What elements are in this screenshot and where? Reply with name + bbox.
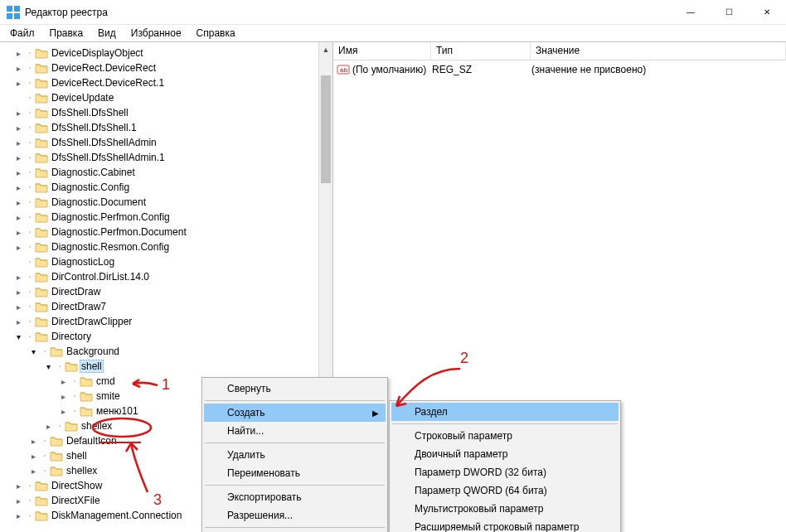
tree-node[interactable]: ·DeviceUpdate bbox=[0, 90, 332, 105]
tree-node[interactable]: ▸·DeviceRect.DeviceRect bbox=[0, 60, 332, 75]
sm-key[interactable]: Раздел bbox=[391, 403, 619, 421]
tree-node[interactable]: ▸·DfsShell.DfsShell bbox=[0, 105, 332, 120]
chevron-down-icon[interactable]: ▾ bbox=[27, 345, 40, 358]
list-row[interactable]: ab (По умолчанию) REG_SZ (значение не пр… bbox=[333, 62, 786, 77]
tree-node[interactable]: ▸·DirControl.DirList.14.0 bbox=[0, 269, 332, 284]
tree-node[interactable]: ▸·Diagnostic.Perfmon.Document bbox=[0, 225, 332, 239]
tree-node[interactable]: ▸·DirectDraw7 bbox=[0, 299, 332, 314]
tree-node[interactable]: ▾·Background bbox=[0, 344, 332, 359]
menu-file[interactable]: Файл bbox=[3, 27, 41, 40]
chevron-right-icon[interactable]: ▸ bbox=[12, 106, 25, 119]
sm-dword-label: Параметр DWORD (32 бита) bbox=[415, 467, 546, 478]
chevron-right-icon[interactable]: ▸ bbox=[12, 300, 25, 313]
list-header: Имя Тип Значение bbox=[333, 42, 786, 60]
cm-create[interactable]: Создать ▶ bbox=[204, 404, 386, 422]
tree-node[interactable]: ▸·Diagnostic.Document bbox=[0, 195, 332, 210]
cm-delete[interactable]: Удалить bbox=[204, 446, 386, 464]
chevron-right-icon[interactable]: ▸ bbox=[56, 375, 70, 388]
tree-node[interactable]: ▸·DirectDraw bbox=[0, 284, 332, 299]
folder-icon bbox=[35, 479, 48, 492]
chevron-right-icon[interactable]: ▸ bbox=[12, 166, 25, 179]
maximize-button[interactable]: ☐ bbox=[710, 0, 748, 24]
cm-export[interactable]: Экспортировать bbox=[204, 488, 386, 506]
chevron-right-icon[interactable]: ▸ bbox=[12, 270, 25, 283]
menu-favorites[interactable]: Избранное bbox=[124, 27, 188, 40]
chevron-down-icon[interactable]: ▾ bbox=[41, 360, 55, 373]
window-title: Редактор реестра bbox=[25, 7, 672, 18]
tree-node[interactable]: ▾·shell bbox=[0, 359, 332, 374]
cm-permissions[interactable]: Разрешения... bbox=[204, 506, 386, 525]
menu-view[interactable]: Вид bbox=[91, 27, 123, 40]
sm-qword[interactable]: Параметр QWORD (64 бита) bbox=[391, 481, 619, 500]
col-value[interactable]: Значение bbox=[531, 42, 786, 60]
chevron-right-icon[interactable]: ▸ bbox=[12, 240, 25, 254]
tree-node[interactable]: ▸·DfsShell.DfsShellAdmin bbox=[0, 135, 332, 150]
close-button[interactable]: ✕ bbox=[748, 0, 786, 24]
value-data: (значение не присвоено) bbox=[531, 64, 646, 75]
menu-edit[interactable]: Правка bbox=[43, 27, 90, 40]
tree-connector: · bbox=[25, 256, 35, 268]
sm-dword[interactable]: Параметр DWORD (32 бита) bbox=[391, 463, 619, 481]
chevron-right-icon[interactable]: ▸ bbox=[12, 76, 25, 89]
scroll-up-icon[interactable]: ▲ bbox=[319, 42, 332, 56]
tree-node-label: меню101 bbox=[95, 405, 140, 417]
tree-node[interactable]: ▸·DeviceDisplayObject bbox=[0, 46, 332, 60]
scroll-thumb[interactable] bbox=[321, 75, 331, 183]
tree-node[interactable]: ·DiagnosticLog bbox=[0, 254, 332, 269]
chevron-right-icon[interactable]: ▸ bbox=[12, 151, 25, 164]
tree-node-label: Diagnostic.Document bbox=[50, 196, 148, 208]
chevron-right-icon[interactable]: ▸ bbox=[12, 315, 25, 328]
chevron-right-icon[interactable]: ▸ bbox=[27, 449, 40, 462]
tree-node[interactable]: ▸·Diagnostic.Config bbox=[0, 180, 332, 195]
chevron-right-icon[interactable]: ▸ bbox=[12, 479, 25, 492]
chevron-right-icon[interactable]: ▸ bbox=[12, 225, 25, 239]
chevron-right-icon[interactable]: ▸ bbox=[12, 181, 25, 194]
folder-icon bbox=[35, 285, 48, 298]
chevron-right-icon[interactable]: ▸ bbox=[12, 61, 25, 75]
cm-rename[interactable]: Переименовать bbox=[204, 464, 386, 482]
chevron-right-icon[interactable]: ▸ bbox=[12, 46, 25, 60]
menu-help[interactable]: Справка bbox=[190, 27, 242, 40]
tree-node[interactable]: ▾·Directory bbox=[0, 329, 332, 344]
chevron-right-icon[interactable]: ▸ bbox=[27, 464, 40, 477]
folder-icon bbox=[80, 375, 93, 388]
cm-find[interactable]: Найти... bbox=[204, 422, 386, 440]
chevron-right-icon[interactable]: ▸ bbox=[12, 285, 25, 298]
chevron-right-icon[interactable]: ▸ bbox=[12, 494, 25, 507]
chevron-right-icon[interactable]: ▸ bbox=[12, 121, 25, 134]
tree-node[interactable]: ▸·Diagnostic.Perfmon.Config bbox=[0, 210, 332, 225]
col-name[interactable]: Имя bbox=[333, 42, 431, 60]
sm-multi[interactable]: Мультистроковый параметр bbox=[391, 500, 619, 518]
sm-expand[interactable]: Расширяемый строковый параметр bbox=[391, 518, 619, 532]
chevron-right-icon[interactable]: ▸ bbox=[56, 389, 70, 403]
tree-connector: · bbox=[25, 92, 35, 104]
tree-node[interactable]: ▸·DeviceRect.DeviceRect.1 bbox=[0, 75, 332, 90]
tree-connector: · bbox=[25, 286, 35, 297]
tree-node-label: shellex bbox=[65, 465, 99, 476]
chevron-right-icon[interactable]: ▸ bbox=[12, 210, 25, 224]
minimize-button[interactable]: — bbox=[672, 0, 710, 24]
tree-connector: · bbox=[25, 62, 35, 74]
menubar: Файл Правка Вид Избранное Справка bbox=[0, 25, 786, 41]
col-type[interactable]: Тип bbox=[431, 42, 531, 60]
sm-string[interactable]: Строковый параметр bbox=[391, 427, 619, 445]
tree-node[interactable]: ▸·DfsShell.DfsShellAdmin.1 bbox=[0, 150, 332, 165]
tree-node-label: DeviceUpdate bbox=[50, 92, 115, 104]
chevron-right-icon[interactable]: ▸ bbox=[12, 196, 25, 209]
tree-connector: · bbox=[25, 331, 35, 342]
chevron-right-icon[interactable]: ▸ bbox=[12, 509, 25, 522]
chevron-right-icon[interactable]: ▸ bbox=[41, 419, 55, 433]
cm-find-label: Найти... bbox=[227, 425, 264, 437]
chevron-down-icon[interactable]: ▾ bbox=[12, 330, 25, 343]
sm-binary[interactable]: Двоичный параметр bbox=[391, 445, 619, 463]
tree-node[interactable]: ▸·Diagnostic.Resmon.Config bbox=[0, 239, 332, 254]
chevron-right-icon[interactable]: ▸ bbox=[12, 136, 25, 149]
tree-node[interactable]: ▸·DfsShell.DfsShell.1 bbox=[0, 120, 332, 135]
tree-connector: · bbox=[55, 420, 65, 432]
tree-node[interactable]: ▸·DirectDrawClipper bbox=[0, 314, 332, 329]
chevron-right-icon[interactable]: ▸ bbox=[56, 404, 70, 418]
cm-collapse[interactable]: Свернуть bbox=[204, 380, 386, 398]
chevron-right-icon[interactable]: ▸ bbox=[27, 434, 40, 447]
tree-connector: · bbox=[25, 241, 35, 253]
tree-node[interactable]: ▸·Diagnostic.Cabinet bbox=[0, 165, 332, 180]
